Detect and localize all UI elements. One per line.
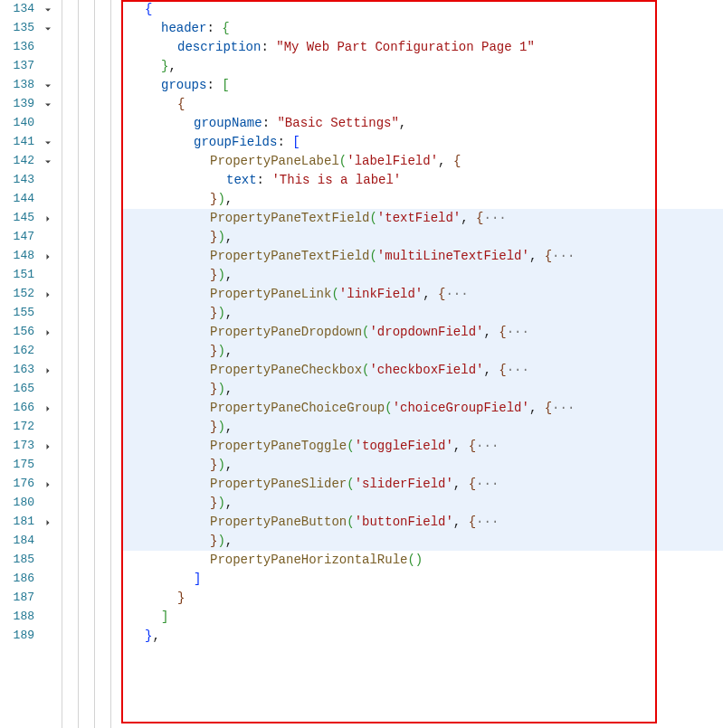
- gutter-line[interactable]: 172: [0, 418, 56, 437]
- chevron-right-icon[interactable]: [43, 365, 53, 376]
- gutter-line[interactable]: 139: [0, 95, 56, 114]
- chevron-down-icon[interactable]: [43, 24, 53, 34]
- code-line[interactable]: }),: [122, 304, 723, 323]
- gutter-line[interactable]: 176: [0, 475, 56, 494]
- gutter-line[interactable]: 140: [0, 114, 56, 133]
- chevron-right-icon[interactable]: [43, 327, 53, 338]
- gutter-line[interactable]: 181: [0, 513, 56, 532]
- code-line[interactable]: PropertyPaneLabel('labelField', {: [122, 152, 723, 171]
- code-line[interactable]: PropertyPaneTextField('textField', {···: [122, 209, 723, 228]
- fold-toggle[interactable]: [40, 479, 56, 490]
- code-line[interactable]: }),: [122, 190, 723, 209]
- code-line[interactable]: }: [122, 589, 723, 608]
- fold-toggle[interactable]: [40, 80, 56, 91]
- code-line[interactable]: ]: [122, 608, 723, 627]
- fold-toggle[interactable]: [40, 365, 56, 376]
- gutter-line[interactable]: 145: [0, 209, 56, 228]
- code-line[interactable]: }),: [122, 228, 723, 247]
- gutter-line[interactable]: 134: [0, 0, 56, 19]
- gutter-line[interactable]: 135: [0, 19, 56, 38]
- fold-toggle[interactable]: [40, 213, 56, 224]
- gutter-line[interactable]: 166: [0, 399, 56, 418]
- fold-toggle[interactable]: [40, 441, 56, 452]
- chevron-down-icon[interactable]: [43, 5, 53, 15]
- code-line[interactable]: }),: [122, 532, 723, 551]
- gutter-line[interactable]: 142: [0, 152, 56, 171]
- fold-toggle[interactable]: [40, 403, 56, 414]
- gutter-line[interactable]: 180: [0, 494, 56, 513]
- code-line[interactable]: PropertyPaneChoiceGroup('choiceGroupFiel…: [122, 399, 723, 418]
- gutter-line[interactable]: 163: [0, 361, 56, 380]
- chevron-right-icon[interactable]: [43, 251, 53, 262]
- code-content[interactable]: { header: { description: "My Web Part Co…: [121, 0, 723, 728]
- gutter-line[interactable]: 185: [0, 551, 56, 570]
- gutter-line[interactable]: 155: [0, 304, 56, 323]
- code-line[interactable]: }),: [122, 494, 723, 513]
- gutter-line[interactable]: 148: [0, 247, 56, 266]
- chevron-down-icon[interactable]: [43, 80, 53, 91]
- gutter-line[interactable]: 141: [0, 133, 56, 152]
- fold-toggle[interactable]: [40, 517, 56, 528]
- fold-toggle[interactable]: [40, 251, 56, 262]
- code-line[interactable]: text: 'This is a label': [122, 171, 723, 190]
- code-line[interactable]: header: {: [122, 19, 723, 38]
- gutter-line[interactable]: 173: [0, 437, 56, 456]
- gutter-line[interactable]: 187: [0, 589, 56, 608]
- chevron-down-icon[interactable]: [43, 99, 53, 110]
- code-line[interactable]: PropertyPaneCheckbox('checkboxField', {·…: [122, 361, 723, 380]
- chevron-right-icon[interactable]: [43, 479, 53, 490]
- chevron-down-icon[interactable]: [43, 137, 53, 148]
- code-line[interactable]: PropertyPaneLink('linkField', {···: [122, 285, 723, 304]
- code-line[interactable]: }),: [122, 380, 723, 399]
- chevron-right-icon[interactable]: [43, 213, 53, 224]
- chevron-right-icon[interactable]: [43, 289, 53, 300]
- gutter-line[interactable]: 186: [0, 570, 56, 589]
- code-line[interactable]: groupFields: [: [122, 133, 723, 152]
- chevron-right-icon[interactable]: [43, 441, 53, 452]
- code-line[interactable]: }),: [122, 266, 723, 285]
- gutter-line[interactable]: 144: [0, 190, 56, 209]
- code-line[interactable]: PropertyPaneHorizontalRule(): [122, 551, 723, 570]
- gutter-line[interactable]: 184: [0, 532, 56, 551]
- fold-toggle[interactable]: [40, 24, 56, 34]
- gutter-line[interactable]: 151: [0, 266, 56, 285]
- fold-toggle[interactable]: [40, 137, 56, 148]
- gutter-line[interactable]: 137: [0, 57, 56, 76]
- chevron-right-icon[interactable]: [43, 403, 53, 414]
- fold-toggle[interactable]: [40, 5, 56, 15]
- code-line[interactable]: PropertyPaneSlider('sliderField', {···: [122, 475, 723, 494]
- gutter-line[interactable]: 147: [0, 228, 56, 247]
- code-line[interactable]: ]: [122, 570, 723, 589]
- code-line[interactable]: },: [122, 57, 723, 76]
- gutter-line[interactable]: 189: [0, 627, 56, 646]
- gutter-line[interactable]: 143: [0, 171, 56, 190]
- code-line[interactable]: {: [122, 95, 723, 114]
- gutter-line[interactable]: 165: [0, 380, 56, 399]
- code-line[interactable]: }),: [122, 456, 723, 475]
- gutter-line[interactable]: 156: [0, 323, 56, 342]
- code-line[interactable]: }),: [122, 342, 723, 361]
- chevron-down-icon[interactable]: [43, 156, 53, 167]
- code-line[interactable]: PropertyPaneToggle('toggleField', {···: [122, 437, 723, 456]
- gutter-line[interactable]: 138: [0, 76, 56, 95]
- code-line[interactable]: description: "My Web Part Configuration …: [122, 38, 723, 57]
- code-line[interactable]: groupName: "Basic Settings",: [122, 114, 723, 133]
- gutter-line[interactable]: 152: [0, 285, 56, 304]
- gutter-line[interactable]: 162: [0, 342, 56, 361]
- fold-toggle[interactable]: [40, 99, 56, 110]
- chevron-right-icon[interactable]: [43, 517, 53, 528]
- gutter-line[interactable]: 136: [0, 38, 56, 57]
- fold-toggle[interactable]: [40, 289, 56, 300]
- code-line[interactable]: PropertyPaneTextField('multiLineTextFiel…: [122, 247, 723, 266]
- code-line[interactable]: },: [122, 627, 723, 646]
- code-line[interactable]: PropertyPaneButton('buttonField', {···: [122, 513, 723, 532]
- gutter-line[interactable]: 175: [0, 456, 56, 475]
- gutter-line[interactable]: 188: [0, 608, 56, 627]
- code-line[interactable]: }),: [122, 418, 723, 437]
- line-number: 144: [0, 191, 40, 208]
- code-line[interactable]: groups: [: [122, 76, 723, 95]
- fold-toggle[interactable]: [40, 327, 56, 338]
- code-line[interactable]: {: [122, 0, 723, 19]
- fold-toggle[interactable]: [40, 156, 56, 167]
- code-line[interactable]: PropertyPaneDropdown('dropdownField', {·…: [122, 323, 723, 342]
